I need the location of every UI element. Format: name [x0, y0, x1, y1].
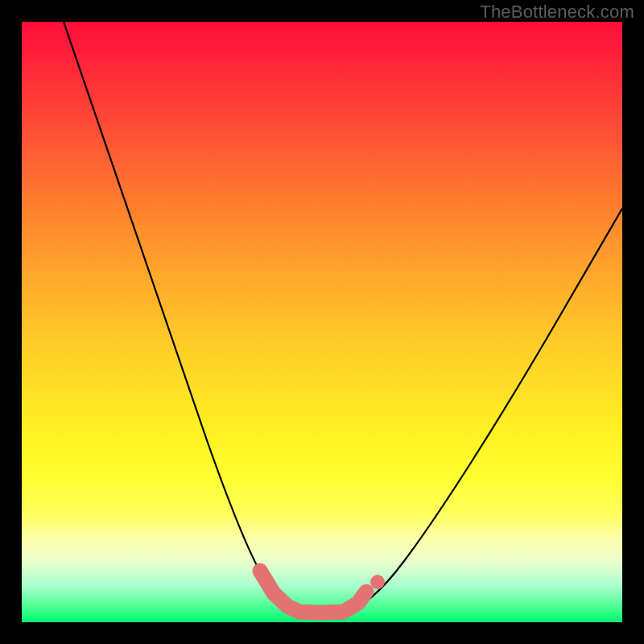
- right-curve: [344, 208, 622, 612]
- watermark-text: TheBottleneck.com: [480, 2, 634, 23]
- highlight-dot: [370, 575, 385, 589]
- chart-plot-area: [22, 22, 622, 622]
- left-curve: [64, 22, 299, 612]
- chart-svg: [22, 22, 622, 622]
- highlight-ribbon: [260, 571, 366, 613]
